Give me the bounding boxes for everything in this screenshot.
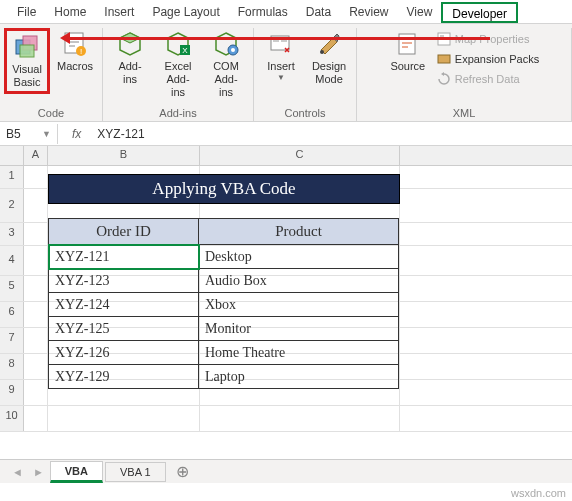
watermark: wsxdn.com — [511, 487, 566, 499]
formula-input[interactable]: XYZ-121 — [95, 125, 562, 143]
table-row: XYZ-129Laptop — [49, 365, 399, 389]
tab-developer[interactable]: Developer — [441, 2, 518, 23]
group-label-xml: XML — [453, 105, 476, 121]
macros-label: Macros — [57, 60, 93, 73]
table-row: XYZ-123Audio Box — [49, 269, 399, 293]
header-order-id[interactable]: Order ID — [49, 219, 199, 245]
name-box-dropdown-icon[interactable]: ▼ — [42, 129, 51, 139]
addins-icon — [116, 30, 144, 58]
expansion-packs-button[interactable]: Expansion Packs — [433, 50, 543, 68]
cell[interactable] — [24, 223, 48, 245]
formula-bar: B5 ▼ fx XYZ-121 — [0, 122, 572, 146]
cell[interactable] — [24, 246, 48, 275]
insert-control-icon — [267, 30, 295, 58]
cell[interactable] — [24, 189, 48, 222]
com-addins-icon — [212, 30, 240, 58]
cell[interactable] — [24, 166, 48, 188]
expansion-packs-label: Expansion Packs — [455, 53, 539, 65]
svg-point-13 — [231, 48, 235, 52]
row-header[interactable]: 6 — [0, 302, 24, 327]
group-label-addins: Add-ins — [159, 105, 196, 121]
cell[interactable] — [24, 406, 48, 431]
select-all-corner[interactable] — [0, 146, 24, 165]
tab-file[interactable]: File — [8, 2, 45, 23]
cell-product[interactable]: Monitor — [199, 317, 399, 341]
tab-home[interactable]: Home — [45, 2, 95, 23]
cell-order-id[interactable]: XYZ-126 — [49, 341, 199, 365]
sheet-tabs: ◄ ► VBA VBA 1 ⊕ — [0, 459, 572, 483]
cell[interactable] — [24, 302, 48, 327]
svg-text:!: ! — [80, 47, 82, 56]
dropdown-icon: ▼ — [277, 73, 285, 83]
svg-text:X: X — [182, 46, 188, 55]
visual-basic-button[interactable]: Visual Basic — [4, 28, 50, 94]
svg-rect-2 — [20, 45, 34, 57]
table-row: XYZ-125Monitor — [49, 317, 399, 341]
source-button[interactable]: Source — [385, 28, 431, 75]
row-header[interactable]: 2 — [0, 189, 24, 222]
excel-addins-label: Excel Add-ins — [161, 60, 195, 100]
table-row: XYZ-126Home Theatre — [49, 341, 399, 365]
visual-basic-label: Visual Basic — [12, 63, 42, 89]
tab-insert[interactable]: Insert — [95, 2, 143, 23]
cell-order-id[interactable]: XYZ-124 — [49, 293, 199, 317]
row-header[interactable]: 8 — [0, 354, 24, 379]
col-header-a[interactable]: A — [24, 146, 48, 165]
col-header-b[interactable]: B — [48, 146, 200, 165]
cell-order-id[interactable]: XYZ-125 — [49, 317, 199, 341]
add-sheet-button[interactable]: ⊕ — [168, 462, 197, 481]
row-header[interactable]: 9 — [0, 380, 24, 405]
row-header[interactable]: 10 — [0, 406, 24, 431]
row-header[interactable]: 1 — [0, 166, 24, 188]
tab-data[interactable]: Data — [297, 2, 340, 23]
ribbon-group-addins: Add-ins X Excel Add-ins COM Add-ins Add-… — [103, 28, 254, 121]
name-box[interactable]: B5 ▼ — [0, 124, 58, 144]
cell-product[interactable]: Audio Box — [199, 269, 399, 293]
tab-page-layout[interactable]: Page Layout — [143, 2, 228, 23]
cell-order-id[interactable]: XYZ-121 — [49, 245, 199, 269]
cell-product[interactable]: Desktop — [199, 245, 399, 269]
cell[interactable] — [200, 406, 400, 431]
design-mode-icon — [315, 30, 343, 58]
header-product[interactable]: Product — [199, 219, 399, 245]
addins-label: Add-ins — [113, 60, 147, 86]
col-header-c[interactable]: C — [200, 146, 400, 165]
sheet-tab-vba1[interactable]: VBA 1 — [105, 462, 166, 482]
cell[interactable] — [24, 380, 48, 405]
cell-product[interactable]: Xbox — [199, 293, 399, 317]
cell-order-id[interactable]: XYZ-129 — [49, 365, 199, 389]
cell[interactable] — [24, 328, 48, 353]
group-label-code: Code — [38, 105, 64, 121]
tab-review[interactable]: Review — [340, 2, 397, 23]
sheet-nav-prev-icon[interactable]: ◄ — [8, 466, 27, 478]
ribbon-group-controls: Insert ▼ Design Mode Controls — [254, 28, 357, 121]
macros-button[interactable]: ! Macros — [52, 28, 98, 75]
row-header[interactable]: 5 — [0, 276, 24, 301]
svg-point-17 — [320, 50, 324, 54]
row-header[interactable]: 7 — [0, 328, 24, 353]
source-label: Source — [390, 60, 425, 73]
row-header[interactable]: 3 — [0, 223, 24, 245]
refresh-data-label: Refresh Data — [455, 73, 520, 85]
excel-addins-icon: X — [164, 30, 192, 58]
tab-formulas[interactable]: Formulas — [229, 2, 297, 23]
cell-product[interactable]: Home Theatre — [199, 341, 399, 365]
title-banner: Applying VBA Code — [48, 174, 400, 204]
com-addins-label: COM Add-ins — [209, 60, 243, 100]
cell-order-id[interactable]: XYZ-123 — [49, 269, 199, 293]
refresh-icon — [437, 72, 451, 86]
column-headers: A B C — [0, 146, 572, 166]
tab-view[interactable]: View — [398, 2, 442, 23]
sheet-nav-next-icon[interactable]: ► — [29, 466, 48, 478]
ribbon-group-code: Visual Basic ! Macros Code — [0, 28, 103, 121]
cell[interactable] — [48, 406, 200, 431]
fx-button[interactable]: fx — [68, 127, 85, 141]
cell[interactable] — [24, 354, 48, 379]
sheet-tab-vba[interactable]: VBA — [50, 461, 103, 483]
cell-product[interactable]: Laptop — [199, 365, 399, 389]
refresh-data-button[interactable]: Refresh Data — [433, 70, 543, 88]
cell[interactable] — [24, 276, 48, 301]
row-header[interactable]: 4 — [0, 246, 24, 275]
table-row: XYZ-121Desktop — [49, 245, 399, 269]
svg-rect-21 — [438, 55, 450, 63]
